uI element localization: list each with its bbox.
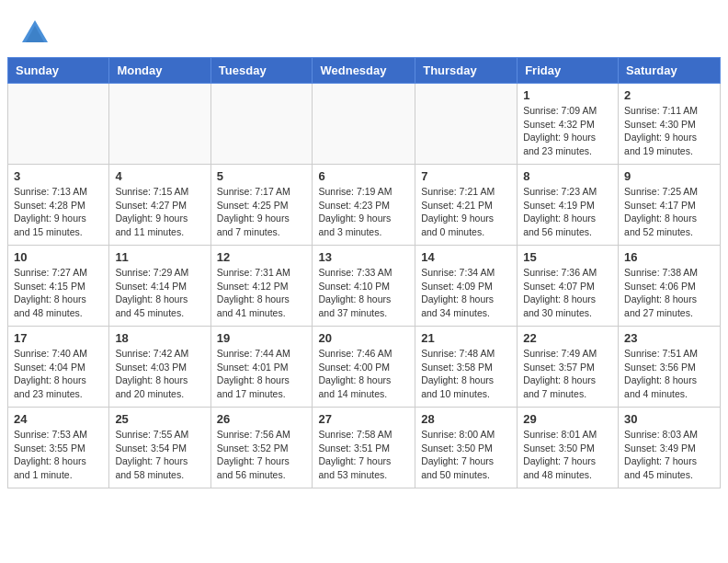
day-info: Sunrise: 7:29 AM Sunset: 4:14 PM Dayligh…: [115, 266, 204, 320]
day-number: 22: [523, 331, 612, 345]
day-info: Sunrise: 7:36 AM Sunset: 4:07 PM Dayligh…: [523, 266, 612, 320]
day-info: Sunrise: 8:01 AM Sunset: 3:50 PM Dayligh…: [523, 428, 612, 482]
day-cell-17: 17Sunrise: 7:40 AM Sunset: 4:04 PM Dayli…: [8, 327, 109, 408]
day-info: Sunrise: 7:23 AM Sunset: 4:19 PM Dayligh…: [523, 185, 612, 239]
logo: [18, 17, 57, 50]
week-row-5: 24Sunrise: 7:53 AM Sunset: 3:55 PM Dayli…: [8, 408, 721, 488]
day-cell-25: 25Sunrise: 7:55 AM Sunset: 3:54 PM Dayli…: [109, 408, 210, 488]
empty-cell: [8, 84, 109, 165]
day-number: 16: [624, 250, 714, 264]
day-number: 20: [318, 331, 409, 345]
day-cell-12: 12Sunrise: 7:31 AM Sunset: 4:12 PM Dayli…: [210, 246, 313, 327]
day-info: Sunrise: 7:11 AM Sunset: 4:30 PM Dayligh…: [624, 104, 714, 158]
day-number: 28: [421, 412, 511, 426]
day-info: Sunrise: 7:44 AM Sunset: 4:01 PM Dayligh…: [217, 347, 307, 401]
day-info: Sunrise: 7:55 AM Sunset: 3:54 PM Dayligh…: [115, 428, 204, 482]
day-number: 30: [624, 412, 714, 426]
day-number: 12: [217, 250, 307, 264]
empty-cell: [109, 84, 210, 165]
day-cell-20: 20Sunrise: 7:46 AM Sunset: 4:00 PM Dayli…: [313, 327, 415, 408]
day-cell-11: 11Sunrise: 7:29 AM Sunset: 4:14 PM Dayli…: [109, 246, 210, 327]
day-info: Sunrise: 7:49 AM Sunset: 3:57 PM Dayligh…: [523, 347, 612, 401]
calendar-table: SundayMondayTuesdayWednesdayThursdayFrid…: [7, 57, 721, 488]
day-number: 10: [14, 250, 103, 264]
day-cell-28: 28Sunrise: 8:00 AM Sunset: 3:50 PM Dayli…: [415, 408, 518, 488]
day-cell-30: 30Sunrise: 8:03 AM Sunset: 3:49 PM Dayli…: [619, 408, 721, 488]
day-cell-5: 5Sunrise: 7:17 AM Sunset: 4:25 PM Daylig…: [210, 165, 313, 246]
weekday-header-tuesday: Tuesday: [210, 58, 313, 84]
day-cell-24: 24Sunrise: 7:53 AM Sunset: 3:55 PM Dayli…: [8, 408, 109, 488]
day-number: 21: [421, 331, 511, 345]
day-cell-26: 26Sunrise: 7:56 AM Sunset: 3:52 PM Dayli…: [210, 408, 313, 488]
day-info: Sunrise: 7:48 AM Sunset: 3:58 PM Dayligh…: [421, 347, 511, 401]
day-info: Sunrise: 8:00 AM Sunset: 3:50 PM Dayligh…: [421, 428, 511, 482]
day-info: Sunrise: 7:51 AM Sunset: 3:56 PM Dayligh…: [624, 347, 714, 401]
empty-cell: [313, 84, 415, 165]
day-cell-13: 13Sunrise: 7:33 AM Sunset: 4:10 PM Dayli…: [313, 246, 415, 327]
week-row-3: 10Sunrise: 7:27 AM Sunset: 4:15 PM Dayli…: [8, 246, 721, 327]
day-info: Sunrise: 7:40 AM Sunset: 4:04 PM Dayligh…: [14, 347, 103, 401]
day-number: 27: [318, 412, 409, 426]
day-cell-3: 3Sunrise: 7:13 AM Sunset: 4:28 PM Daylig…: [8, 165, 109, 246]
weekday-header-friday: Friday: [518, 58, 619, 84]
day-number: 15: [523, 250, 612, 264]
week-row-2: 3Sunrise: 7:13 AM Sunset: 4:28 PM Daylig…: [8, 165, 721, 246]
day-cell-9: 9Sunrise: 7:25 AM Sunset: 4:17 PM Daylig…: [619, 165, 721, 246]
day-info: Sunrise: 7:33 AM Sunset: 4:10 PM Dayligh…: [318, 266, 409, 320]
day-cell-23: 23Sunrise: 7:51 AM Sunset: 3:56 PM Dayli…: [619, 327, 721, 408]
day-number: 17: [14, 331, 103, 345]
day-cell-10: 10Sunrise: 7:27 AM Sunset: 4:15 PM Dayli…: [8, 246, 109, 327]
day-info: Sunrise: 7:42 AM Sunset: 4:03 PM Dayligh…: [115, 347, 204, 401]
day-cell-2: 2Sunrise: 7:11 AM Sunset: 4:30 PM Daylig…: [619, 84, 721, 165]
day-number: 9: [624, 169, 714, 183]
day-info: Sunrise: 7:34 AM Sunset: 4:09 PM Dayligh…: [421, 266, 511, 320]
day-cell-19: 19Sunrise: 7:44 AM Sunset: 4:01 PM Dayli…: [210, 327, 313, 408]
weekday-header-wednesday: Wednesday: [313, 58, 415, 84]
day-cell-16: 16Sunrise: 7:38 AM Sunset: 4:06 PM Dayli…: [619, 246, 721, 327]
week-row-1: 1Sunrise: 7:09 AM Sunset: 4:32 PM Daylig…: [8, 84, 721, 165]
empty-cell: [415, 84, 518, 165]
day-number: 3: [14, 169, 103, 183]
day-number: 5: [217, 169, 307, 183]
day-number: 24: [14, 412, 103, 426]
day-cell-27: 27Sunrise: 7:58 AM Sunset: 3:51 PM Dayli…: [313, 408, 415, 488]
day-cell-7: 7Sunrise: 7:21 AM Sunset: 4:21 PM Daylig…: [415, 165, 518, 246]
day-info: Sunrise: 7:58 AM Sunset: 3:51 PM Dayligh…: [318, 428, 409, 482]
day-number: 1: [523, 88, 612, 102]
day-number: 6: [318, 169, 409, 183]
day-cell-14: 14Sunrise: 7:34 AM Sunset: 4:09 PM Dayli…: [415, 246, 518, 327]
day-info: Sunrise: 7:15 AM Sunset: 4:27 PM Dayligh…: [115, 185, 204, 239]
day-number: 18: [115, 331, 204, 345]
day-cell-15: 15Sunrise: 7:36 AM Sunset: 4:07 PM Dayli…: [518, 246, 619, 327]
day-info: Sunrise: 7:38 AM Sunset: 4:06 PM Dayligh…: [624, 266, 714, 320]
day-cell-18: 18Sunrise: 7:42 AM Sunset: 4:03 PM Dayli…: [109, 327, 210, 408]
day-number: 23: [624, 331, 714, 345]
empty-cell: [210, 84, 313, 165]
day-cell-8: 8Sunrise: 7:23 AM Sunset: 4:19 PM Daylig…: [518, 165, 619, 246]
weekday-header-thursday: Thursday: [415, 58, 518, 84]
day-info: Sunrise: 7:09 AM Sunset: 4:32 PM Dayligh…: [523, 104, 612, 158]
day-info: Sunrise: 7:19 AM Sunset: 4:23 PM Dayligh…: [318, 185, 409, 239]
day-number: 7: [421, 169, 511, 183]
day-info: Sunrise: 7:17 AM Sunset: 4:25 PM Dayligh…: [217, 185, 307, 239]
day-number: 2: [624, 88, 714, 102]
day-info: Sunrise: 8:03 AM Sunset: 3:49 PM Dayligh…: [624, 428, 714, 482]
weekday-header-sunday: Sunday: [8, 58, 109, 84]
day-number: 11: [115, 250, 204, 264]
day-cell-4: 4Sunrise: 7:15 AM Sunset: 4:27 PM Daylig…: [109, 165, 210, 246]
day-number: 26: [217, 412, 307, 426]
day-cell-22: 22Sunrise: 7:49 AM Sunset: 3:57 PM Dayli…: [518, 327, 619, 408]
day-number: 19: [217, 331, 307, 345]
day-cell-6: 6Sunrise: 7:19 AM Sunset: 4:23 PM Daylig…: [313, 165, 415, 246]
weekday-header-row: SundayMondayTuesdayWednesdayThursdayFrid…: [8, 58, 721, 84]
day-number: 13: [318, 250, 409, 264]
day-number: 29: [523, 412, 612, 426]
weekday-header-monday: Monday: [109, 58, 210, 84]
day-number: 14: [421, 250, 511, 264]
day-number: 25: [115, 412, 204, 426]
day-number: 8: [523, 169, 612, 183]
day-cell-21: 21Sunrise: 7:48 AM Sunset: 3:58 PM Dayli…: [415, 327, 518, 408]
day-info: Sunrise: 7:56 AM Sunset: 3:52 PM Dayligh…: [217, 428, 307, 482]
day-cell-29: 29Sunrise: 8:01 AM Sunset: 3:50 PM Dayli…: [518, 408, 619, 488]
day-info: Sunrise: 7:21 AM Sunset: 4:21 PM Dayligh…: [421, 185, 511, 239]
